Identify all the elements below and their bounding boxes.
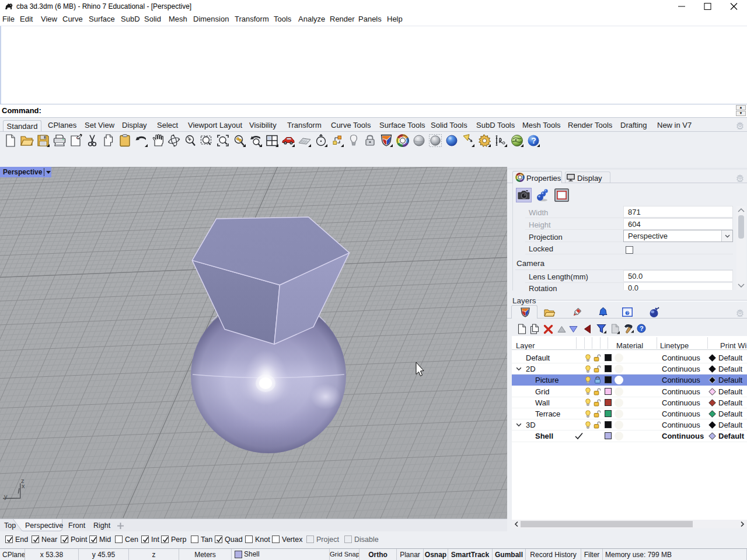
svg-text:?: ? [531, 136, 536, 145]
svg-text:?: ? [640, 325, 644, 332]
svg-text:?: ? [626, 311, 629, 315]
svg-text:y: y [4, 493, 8, 500]
svg-text:x: x [22, 482, 25, 489]
